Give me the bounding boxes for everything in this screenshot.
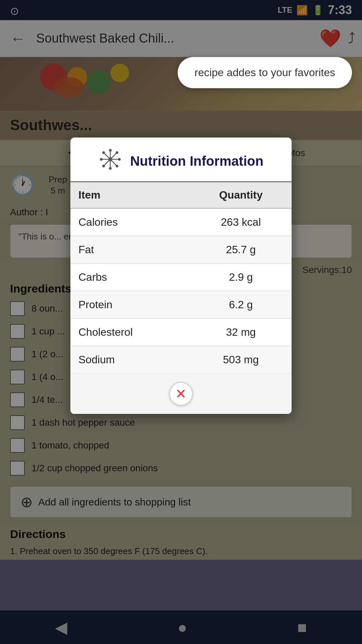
nutrition-item-quantity: 263 kcal xyxy=(190,208,292,236)
nutrition-row: Sodium503 mg xyxy=(70,346,292,374)
nutrition-row: Cholesterol32 mg xyxy=(70,319,292,346)
col-quantity-header: Quantity xyxy=(190,182,292,208)
svg-point-10 xyxy=(116,165,118,167)
nutrition-row: Carbs2.9 g xyxy=(70,264,292,291)
close-icon: ✕ xyxy=(175,386,187,401)
close-circle: ✕ xyxy=(169,382,193,406)
nutrition-item-quantity: 32 mg xyxy=(190,319,292,346)
dialog-footer: ✕ xyxy=(70,373,292,414)
nutrition-item-quantity: 503 mg xyxy=(190,346,292,374)
svg-point-9 xyxy=(102,151,105,154)
nutrition-dialog: Nutrition Information Item Quantity Calo… xyxy=(70,138,292,414)
close-dialog-button[interactable]: ✕ xyxy=(168,380,194,407)
nutrition-item-name: Cholesterol xyxy=(70,319,190,346)
nutrition-item-quantity: 25.7 g xyxy=(190,236,292,264)
nutrition-item-name: Carbs xyxy=(70,264,190,291)
dialog-title: Nutrition Information xyxy=(130,154,263,169)
nutrition-dialog-icon xyxy=(99,148,122,175)
svg-point-8 xyxy=(118,158,121,161)
svg-point-5 xyxy=(109,149,112,152)
svg-point-12 xyxy=(102,165,105,167)
nutrition-row: Fat25.7 g xyxy=(70,236,292,264)
nutrition-item-name: Fat xyxy=(70,236,190,264)
nutrition-table: Item Quantity Calories263 kcalFat25.7 gC… xyxy=(70,182,292,373)
nutrition-row: Calories263 kcal xyxy=(70,208,292,236)
nutrition-item-name: Protein xyxy=(70,291,190,319)
svg-point-6 xyxy=(109,167,112,170)
col-item-header: Item xyxy=(70,182,190,208)
nutrition-item-quantity: 6.2 g xyxy=(190,291,292,319)
nutrition-row: Protein6.2 g xyxy=(70,291,292,319)
nutrition-item-name: Calories xyxy=(70,208,190,236)
table-header: Item Quantity xyxy=(70,182,292,208)
nutrition-item-name: Sodium xyxy=(70,346,190,374)
svg-point-11 xyxy=(116,151,118,154)
nutrition-item-quantity: 2.9 g xyxy=(190,264,292,291)
toast-notification: recipe addes to your favorites xyxy=(178,57,352,88)
svg-point-7 xyxy=(100,158,103,161)
dialog-header: Nutrition Information xyxy=(70,138,292,182)
